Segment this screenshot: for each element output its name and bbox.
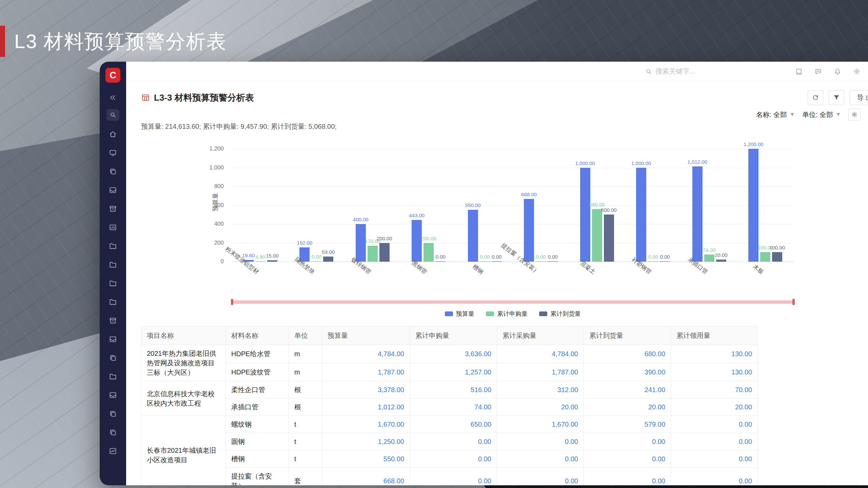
bar-累计申购量[interactable]: 74.00 (704, 255, 714, 262)
bar-累计申购量[interactable]: 4.90 (255, 261, 265, 262)
bar-group[interactable]: 668.000.000.00 (513, 149, 569, 262)
numeric-cell[interactable]: 70.00 (671, 381, 758, 399)
bar-累计到货量[interactable]: 500.00 (604, 215, 614, 262)
bar-累计申购量[interactable]: 560.00 (592, 209, 602, 262)
numeric-cell[interactable]: 1,787.00 (322, 363, 410, 381)
numeric-cell[interactable]: 0.00 (497, 468, 584, 486)
table-row[interactable]: 北京信息科技大学老校区校内大市政工程柔性企口管根3,378.00516.0031… (141, 381, 758, 399)
numeric-cell[interactable]: 650.00 (410, 416, 497, 433)
bar-预算量[interactable]: 1,000.00 (580, 168, 590, 262)
sidebar-item-folder[interactable] (109, 242, 117, 250)
bar-累计到货量[interactable]: 100.00 (772, 252, 782, 262)
numeric-cell[interactable]: 4,784.00 (497, 345, 584, 363)
numeric-cell[interactable]: 1,250.00 (322, 433, 410, 450)
numeric-cell[interactable]: 0.00 (671, 468, 758, 486)
app-logo[interactable]: C (105, 68, 120, 83)
bar-预算量[interactable]: 1,000.00 (636, 168, 646, 262)
bar-预算量[interactable]: 1,200.00 (748, 149, 758, 262)
column-header[interactable]: 累计到货量 (584, 326, 671, 345)
table-row[interactable]: 槽钢t550.000.000.000.000.00 (141, 450, 758, 468)
refresh-button[interactable] (808, 90, 823, 105)
sidebar-item-home[interactable] (109, 130, 117, 138)
bar-group[interactable]: 1,012.0074.0020.00 (681, 149, 737, 262)
column-header[interactable]: 单位 (289, 326, 322, 345)
numeric-cell[interactable]: 0.00 (410, 433, 497, 450)
unit-filter-dropdown[interactable]: 单位: 全部 (802, 110, 841, 119)
numeric-cell[interactable]: 1,012.00 (322, 399, 410, 416)
column-header[interactable]: 预算量 (322, 326, 410, 345)
datazoom-handle-left[interactable] (231, 299, 233, 305)
numeric-cell[interactable]: 0.00 (410, 450, 497, 468)
numeric-cell[interactable]: 0.00 (584, 468, 671, 486)
bar-预算量[interactable]: 400.00 (356, 224, 366, 262)
datazoom-track[interactable] (233, 300, 793, 304)
table-row[interactable]: 提拉窗（含安装）套668.000.000.000.000.00 (141, 468, 758, 486)
global-search-input[interactable]: 搜索关键字... (645, 67, 695, 76)
bar-group[interactable]: 19.604.9015.00 (232, 149, 289, 262)
numeric-cell[interactable]: 680.00 (584, 345, 671, 363)
numeric-cell[interactable]: 0.00 (497, 433, 584, 450)
numeric-cell[interactable]: 74.00 (410, 399, 497, 416)
sidebar-item-folder[interactable] (109, 279, 117, 287)
sidebar-collapse-icon[interactable] (109, 94, 117, 102)
sidebar-item-screen[interactable] (109, 149, 117, 157)
legend-item[interactable]: 累计到货量 (539, 310, 581, 318)
bar-group[interactable]: 152.000.0053.00 (289, 149, 345, 262)
sidebar-item-copy[interactable] (109, 428, 117, 436)
message-icon[interactable] (814, 68, 822, 75)
bar-group[interactable]: 400.00170.00200.00 (344, 149, 401, 262)
numeric-cell[interactable]: 579.00 (584, 416, 671, 433)
bar-累计到货量[interactable]: 0.00 (660, 261, 670, 262)
column-header[interactable]: 材料名称 (226, 326, 289, 345)
column-header[interactable]: 项目名称 (141, 326, 226, 345)
numeric-cell[interactable]: 390.00 (584, 363, 671, 381)
bar-累计申购量[interactable]: 0.00 (311, 261, 321, 262)
numeric-cell[interactable]: 668.00 (322, 468, 410, 486)
numeric-cell[interactable]: 241.00 (584, 381, 671, 399)
bar-预算量[interactable]: 550.00 (468, 210, 478, 262)
numeric-cell[interactable]: 1,670.00 (322, 416, 410, 433)
bar-累计到货量[interactable]: 200.00 (379, 243, 390, 262)
numeric-cell[interactable]: 1,257.00 (410, 363, 497, 381)
column-settings-button[interactable] (848, 108, 861, 121)
sidebar-item-inbox[interactable] (109, 335, 117, 343)
bar-累计申购量[interactable]: 0.00 (480, 261, 490, 262)
export-button[interactable]: 导 出 (850, 90, 868, 105)
book-icon[interactable] (795, 68, 803, 75)
datazoom-handle-right[interactable] (792, 299, 795, 305)
filter-button[interactable] (829, 90, 844, 105)
column-header[interactable]: 累计申购量 (410, 326, 497, 345)
numeric-cell[interactable]: 312.00 (497, 381, 584, 399)
legend-item[interactable]: 累计申购量 (486, 310, 528, 318)
sidebar-item-folder[interactable] (109, 261, 117, 269)
numeric-cell[interactable]: 0.00 (584, 433, 671, 450)
bar-预算量[interactable]: 443.00 (412, 220, 422, 262)
bar-累计到货量[interactable]: 0.00 (548, 261, 558, 262)
bar-预算量[interactable]: 668.00 (524, 199, 534, 262)
numeric-cell[interactable]: 20.00 (671, 399, 758, 416)
sidebar-item-folder[interactable] (109, 298, 117, 306)
sidebar-item-copy[interactable] (109, 354, 117, 362)
numeric-cell[interactable]: 3,636.00 (410, 345, 497, 363)
numeric-cell[interactable]: 130.00 (671, 363, 758, 381)
numeric-cell[interactable]: 1,787.00 (497, 363, 584, 381)
table-row[interactable]: 长春市2021年城镇老旧小区改造项目螺纹钢t1,670.00650.001,67… (141, 416, 758, 433)
sidebar-item-archive[interactable] (109, 205, 117, 213)
numeric-cell[interactable]: 0.00 (497, 450, 584, 468)
bar-累计到货量[interactable]: 20.00 (716, 260, 726, 262)
numeric-cell[interactable]: 0.00 (671, 433, 758, 450)
sidebar-item-inbox[interactable] (109, 186, 117, 194)
bar-累计申购量[interactable]: 170.00 (368, 246, 378, 262)
sidebar-search-button[interactable] (106, 109, 119, 121)
numeric-cell[interactable]: 4,784.00 (322, 345, 410, 363)
chart-datazoom-slider[interactable] (231, 300, 795, 304)
numeric-cell[interactable]: 0.00 (671, 450, 758, 468)
bar-group[interactable]: 1,000.00560.00500.00 (569, 149, 625, 262)
bar-group[interactable]: 1,200.00100.00100.00 (737, 149, 794, 262)
bar-预算量[interactable]: 1,012.00 (692, 166, 703, 262)
numeric-cell[interactable]: 20.00 (584, 399, 671, 416)
bar-group[interactable]: 443.00200.000.00 (401, 149, 457, 262)
bar-累计到货量[interactable]: 15.00 (267, 260, 277, 262)
column-header[interactable]: 累计采购量 (497, 326, 584, 345)
bell-icon[interactable] (834, 68, 841, 75)
